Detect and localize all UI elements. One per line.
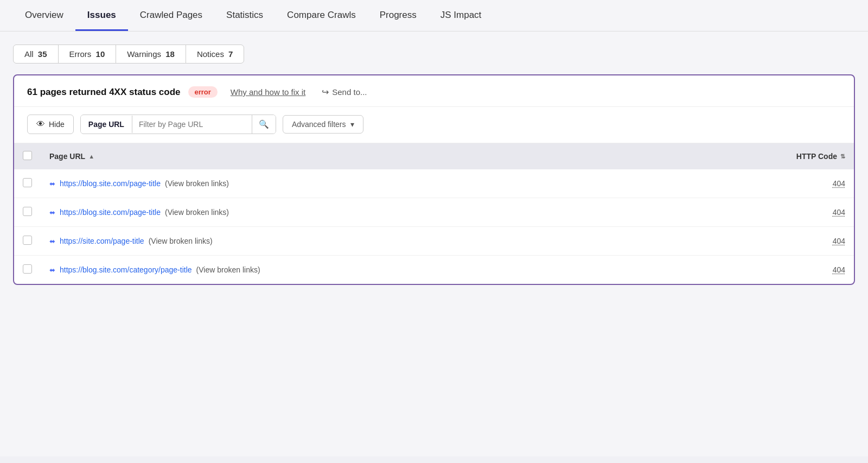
tab-overview[interactable]: Overview	[13, 0, 75, 31]
row-http-code-1: 404	[671, 198, 854, 227]
search-button[interactable]: 🔍	[252, 115, 276, 134]
url-filter-wrapper: Page URL 🔍	[80, 115, 276, 134]
tab-issues[interactable]: Issues	[75, 0, 128, 31]
row-checkbox-2[interactable]	[23, 236, 32, 245]
main-content: All 35 Errors 10 Warnings 18 Notices 7 6…	[0, 31, 868, 456]
filters-row: 👁 Hide Page URL 🔍 Advanced filters ▾	[14, 107, 854, 143]
row-checkbox-0[interactable]	[23, 178, 32, 187]
send-to-label: Send to...	[332, 87, 367, 97]
filter-all-label: All	[24, 49, 34, 59]
row-view-links-3[interactable]: (View broken links)	[196, 265, 260, 274]
filter-all-count: 35	[38, 49, 47, 59]
filter-errors-count: 10	[96, 49, 105, 59]
tab-progress[interactable]: Progress	[368, 0, 429, 31]
filter-errors-label: Errors	[69, 49, 92, 59]
search-icon: 🔍	[259, 119, 269, 129]
sort-http-icon[interactable]: ⇅	[840, 153, 845, 160]
error-badge: error	[188, 86, 218, 98]
row-checkbox-3[interactable]	[23, 264, 32, 274]
filter-tabs: All 35 Errors 10 Warnings 18 Notices 7	[13, 45, 855, 64]
why-fix-link[interactable]: Why and how to fix it	[231, 87, 305, 97]
filter-warnings-label: Warnings	[127, 49, 161, 59]
external-link-icon-2: ⬌	[49, 237, 55, 245]
filter-notices-label: Notices	[197, 49, 224, 59]
filter-tab-errors[interactable]: Errors 10	[58, 45, 117, 64]
table-row: ⬌ https://blog.site.com/page-title (View…	[14, 198, 854, 227]
row-http-code-2: 404	[671, 227, 854, 256]
row-url-link-2[interactable]: https://site.com/page-title	[60, 237, 144, 245]
tab-statistics[interactable]: Statistics	[214, 0, 275, 31]
row-url-cell-0: ⬌ https://blog.site.com/page-title (View…	[41, 169, 671, 198]
filter-notices-count: 7	[228, 49, 233, 59]
table-row: ⬌ https://blog.site.com/category/page-ti…	[14, 256, 854, 284]
hide-label: Hide	[49, 120, 65, 129]
col-http-label: HTTP Code	[796, 152, 837, 161]
filter-tab-notices[interactable]: Notices 7	[186, 45, 245, 64]
sort-url-icon[interactable]: ▲	[88, 153, 94, 160]
row-view-links-1[interactable]: (View broken links)	[165, 208, 229, 217]
row-url-link-0[interactable]: https://blog.site.com/page-title	[60, 179, 161, 188]
row-url-link-3[interactable]: https://blog.site.com/category/page-titl…	[60, 265, 192, 274]
table-header: Page URL ▲ HTTP Code ⇅	[14, 143, 854, 169]
url-filter-input[interactable]	[132, 116, 252, 133]
row-checkbox-1[interactable]	[23, 207, 32, 216]
issue-header: 61 pages returned 4XX status code error …	[14, 75, 854, 107]
nav-tabs: Overview Issues Crawled Pages Statistics…	[0, 0, 868, 31]
external-link-icon-1: ⬌	[49, 208, 55, 217]
row-url-cell-3: ⬌ https://blog.site.com/category/page-ti…	[41, 256, 671, 284]
row-checkbox-cell-1	[14, 198, 41, 227]
row-url-cell-2: ⬌ https://site.com/page-title (View brok…	[41, 227, 671, 256]
chevron-down-icon: ▾	[350, 120, 354, 129]
table-body: ⬌ https://blog.site.com/page-title (View…	[14, 169, 854, 284]
advanced-filters-button[interactable]: Advanced filters ▾	[283, 115, 363, 134]
external-link-icon-3: ⬌	[49, 266, 55, 274]
row-view-links-0[interactable]: (View broken links)	[165, 179, 229, 188]
send-to-button[interactable]: ↪ Send to...	[322, 87, 367, 97]
col-url-label: Page URL	[49, 152, 85, 161]
tab-crawled-pages[interactable]: Crawled Pages	[128, 0, 214, 31]
select-all-header	[14, 143, 41, 169]
row-checkbox-cell-2	[14, 227, 41, 256]
row-checkbox-cell-3	[14, 256, 41, 284]
issue-panel: 61 pages returned 4XX status code error …	[13, 74, 855, 285]
row-checkbox-cell-0	[14, 169, 41, 198]
select-all-checkbox[interactable]	[23, 151, 32, 160]
row-url-cell-1: ⬌ https://blog.site.com/page-title (View…	[41, 198, 671, 227]
filter-warnings-count: 18	[165, 49, 175, 59]
tab-compare-crawls[interactable]: Compare Crawls	[275, 0, 368, 31]
issue-title: 61 pages returned 4XX status code	[27, 87, 181, 98]
tab-js-impact[interactable]: JS Impact	[429, 0, 494, 31]
filter-tab-warnings[interactable]: Warnings 18	[116, 45, 186, 64]
table-row: ⬌ https://site.com/page-title (View brok…	[14, 227, 854, 256]
external-link-icon-0: ⬌	[49, 180, 55, 188]
page-url-label: Page URL	[81, 116, 132, 133]
row-http-code-3: 404	[671, 256, 854, 284]
row-http-code-0: 404	[671, 169, 854, 198]
advanced-filters-label: Advanced filters	[292, 120, 346, 129]
filter-tab-all[interactable]: All 35	[13, 45, 59, 64]
col-http-header: HTTP Code ⇅	[671, 143, 854, 169]
hide-button[interactable]: 👁 Hide	[27, 115, 74, 134]
eye-icon: 👁	[36, 119, 45, 129]
data-table: Page URL ▲ HTTP Code ⇅	[14, 143, 854, 284]
send-arrow-icon: ↪	[322, 87, 329, 97]
col-url-header: Page URL ▲	[41, 143, 671, 169]
table-row: ⬌ https://blog.site.com/page-title (View…	[14, 169, 854, 198]
row-url-link-1[interactable]: https://blog.site.com/page-title	[60, 208, 161, 217]
row-view-links-2[interactable]: (View broken links)	[149, 237, 213, 245]
